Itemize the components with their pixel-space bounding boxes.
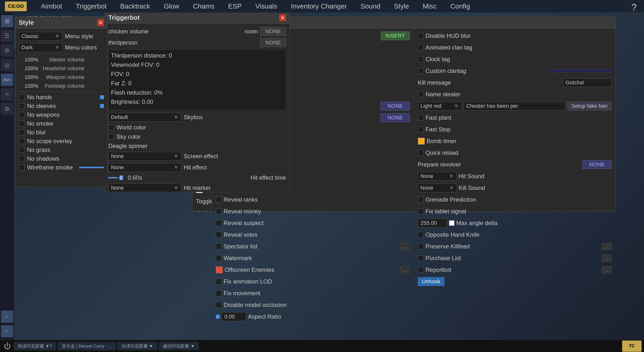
slowwalk-key[interactable]: NONE: [381, 113, 410, 122]
thirdperson-btn[interactable]: NONE: [260, 38, 286, 47]
no-scope-checkbox[interactable]: [19, 138, 24, 144]
sidebar-icon-3[interactable]: ⚙: [1, 44, 13, 57]
sidebar-check-2[interactable]: ✓: [1, 325, 13, 337]
disable-hud-cb[interactable]: [418, 33, 424, 39]
fix-anim-cb[interactable]: [216, 279, 222, 284]
taskbar-item-1[interactable]: 音乐盒 | Denzel Curry - ...: [58, 342, 116, 350]
menu-inventory[interactable]: Inventory Changer: [289, 2, 349, 11]
no-blur-checkbox[interactable]: [19, 129, 24, 135]
no-weapons-checkbox[interactable]: [19, 112, 24, 118]
menu-key-btn[interactable]: INSERT: [381, 32, 410, 40]
menu-chams[interactable]: Chams: [191, 2, 216, 11]
offscreen-dots[interactable]: ...: [400, 266, 410, 273]
prepare-revolver-key[interactable]: NONE: [582, 160, 612, 169]
taskbar-item-3[interactable]: 威信印花胶囊 ▼: [159, 342, 199, 350]
edge-jump-key[interactable]: NONE: [381, 102, 410, 110]
kill-message-input[interactable]: Gotcha!: [563, 78, 612, 87]
spectator-list-cb[interactable]: [216, 244, 222, 249]
watermark-cb[interactable]: [216, 255, 222, 261]
setup-fake-ban-btn[interactable]: Setup fake ban: [567, 102, 612, 110]
aspect-ratio-misc-input[interactable]: 0.00: [222, 312, 246, 321]
no-shadows-checkbox[interactable]: [19, 156, 24, 162]
menu-glow[interactable]: Glow: [162, 2, 181, 11]
light-red-dropdown[interactable]: Light red ▼: [418, 102, 462, 110]
animated-clan-cb[interactable]: [418, 45, 424, 51]
preserve-killfeed-cb[interactable]: [418, 244, 424, 249]
offscreen-swatch[interactable]: [216, 266, 223, 273]
hit-effect-dropdown[interactable]: None ▼: [108, 163, 181, 172]
sidebar-check-1[interactable]: ✓: [1, 310, 13, 323]
fix-tablet-cb[interactable]: [418, 208, 424, 214]
opposite-hand-cb[interactable]: [418, 232, 424, 238]
quick-reload-cb[interactable]: [418, 150, 424, 156]
name-stealer-cb[interactable]: [418, 91, 424, 97]
skybox-dropdown[interactable]: Default ▼: [108, 113, 181, 122]
help-icon[interactable]: ?: [631, 2, 637, 13]
sky-color-cb[interactable]: [108, 134, 114, 140]
no-smoke-checkbox[interactable]: [19, 121, 24, 126]
wireframe-slider[interactable]: [79, 167, 104, 168]
wireframe-smoke-checkbox[interactable]: [19, 164, 24, 170]
reveal-money-cb[interactable]: [216, 208, 222, 214]
fix-movement-cb[interactable]: [216, 290, 222, 296]
power-icon[interactable]: ⏻: [2, 341, 12, 351]
chicken-vol-label: chicken volume: [108, 28, 148, 35]
no-hands-checkbox[interactable]: [19, 94, 24, 100]
triggerbot-close[interactable]: ✕: [279, 14, 286, 21]
max-angle-swatch[interactable]: [449, 220, 454, 226]
menu-backtrack[interactable]: Backtrack: [118, 2, 152, 11]
bomb-timer-swatch[interactable]: [418, 138, 425, 144]
menu-aimbot[interactable]: Aimbot: [39, 2, 64, 11]
taskbar-item-2[interactable]: 光泽印花胶囊 ▼: [117, 342, 158, 350]
max-angle-input[interactable]: 255.00: [418, 219, 447, 227]
reportbot-cb[interactable]: [418, 267, 424, 273]
fast-stop-cb[interactable]: [418, 126, 424, 132]
hit-time-thumb[interactable]: [120, 175, 123, 180]
menu-sound[interactable]: Sound: [358, 2, 382, 11]
purchase-list-dots[interactable]: ...: [602, 255, 612, 262]
sidebar-icon-4[interactable]: ◎: [1, 59, 13, 71]
menu-style-dropdown[interactable]: Classic ▼: [19, 32, 62, 41]
spectator-list-dots[interactable]: ...: [400, 243, 410, 250]
menu-config[interactable]: Config: [448, 2, 472, 11]
clock-tag-cb[interactable]: [418, 56, 424, 62]
menu-triggerbot[interactable]: Triggerbot: [74, 2, 108, 11]
disable-model-cb[interactable]: [216, 302, 222, 308]
sidebar-icon-2[interactable]: ☰: [1, 30, 13, 42]
sidebar-icon-6[interactable]: Al: [1, 88, 13, 100]
sidebar-icon-main[interactable]: ⊞: [1, 15, 13, 27]
reveal-ranks-cb[interactable]: [216, 197, 222, 203]
no-sleeves-checkbox[interactable]: [19, 103, 24, 109]
hit-sound-dropdown[interactable]: None ▼: [418, 172, 457, 181]
grenade-pred-row: Grenade Prediction: [418, 195, 612, 204]
sidebar-icon-5[interactable]: Aim: [1, 74, 13, 86]
menu-misc[interactable]: Misc: [421, 2, 439, 11]
reveal-votes-cb[interactable]: [216, 232, 222, 238]
reportbot-dots[interactable]: ...: [602, 266, 612, 273]
kill-sound-dropdown[interactable]: None ▼: [418, 184, 457, 192]
cheater-input[interactable]: Cheater has been per: [464, 102, 566, 110]
screen-effect-dropdown[interactable]: None ▼: [108, 152, 181, 161]
no-grass-checkbox[interactable]: [19, 147, 24, 153]
world-color-cb[interactable]: [108, 125, 114, 130]
grenade-pred-cb[interactable]: [418, 197, 424, 203]
purchase-list-cb[interactable]: [418, 255, 424, 261]
reveal-suspect-cb[interactable]: [216, 220, 222, 226]
fast-plant-cb[interactable]: [418, 115, 424, 121]
style-panel-close[interactable]: ✕: [97, 19, 104, 26]
room-btn[interactable]: NONE: [260, 27, 286, 36]
custom-clantag-cb[interactable]: [418, 68, 424, 74]
screen-effect-row: None ▼ Screen effect: [108, 152, 286, 161]
preserve-killfeed-dots[interactable]: ...: [602, 243, 612, 250]
menu-esp[interactable]: ESP: [226, 2, 244, 11]
custom-clantag-input[interactable]: [551, 70, 612, 72]
menu-style[interactable]: Style: [392, 2, 411, 11]
menu-colors-dropdown[interactable]: Dark ▼: [19, 43, 62, 52]
hit-marker-dropdown[interactable]: None ▼: [108, 184, 181, 192]
taskbar-item-0[interactable]: 阅读印花胶囊 ▼7: [14, 342, 56, 350]
menu-visuals[interactable]: Visuals: [253, 2, 279, 11]
weapon-vol-row: 100% Weapon volume: [19, 74, 104, 80]
sidebar-icon-settings[interactable]: ⚙: [1, 103, 13, 115]
unhook-btn[interactable]: Unhook: [418, 277, 445, 286]
chicken-room-row: chicken volume room NONE: [108, 27, 286, 36]
